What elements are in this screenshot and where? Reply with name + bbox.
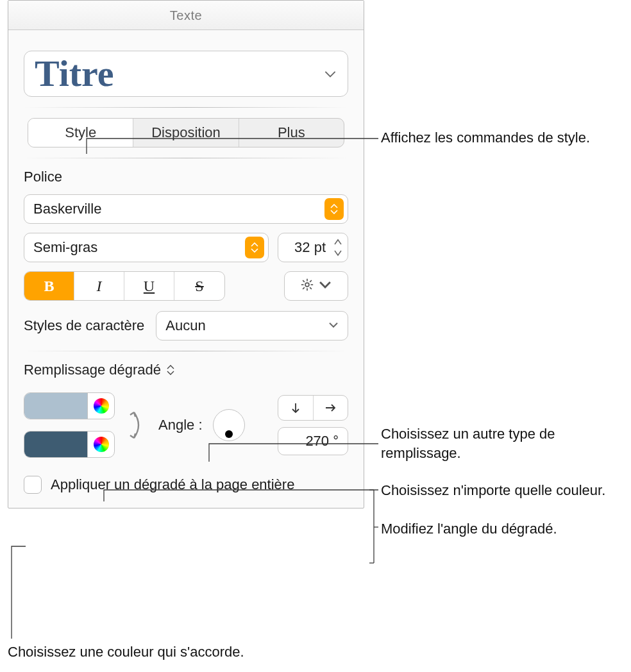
svg-line-5 [303,280,305,282]
divider [24,107,348,108]
inspector-tab: Texte [8,1,364,30]
fill-type-label: Remplissage dégradé [24,362,161,378]
font-size-stepper[interactable]: 32 pt [278,233,348,262]
font-size-value: 32 pt [294,239,326,255]
angle-right-button[interactable] [314,396,348,420]
angle-direction-buttons [278,395,348,421]
bold-button[interactable]: B [24,272,74,300]
paragraph-style-name: Titre [35,55,337,95]
angle-field[interactable]: 270 ° [278,427,348,455]
color-wheel-icon [94,437,109,452]
dial-indicator-icon [225,430,233,438]
angle-label: Angle : [158,417,203,433]
inspector-segment-control: Style Disposition Plus [28,118,344,147]
stepper-arrows-icon [331,237,345,258]
angle-value: 270 ° [305,433,339,449]
callout-fill-type: Choisissez un autre type de remplissage. [381,424,612,462]
strikethrough-button[interactable]: S [174,272,224,300]
color-picker-button[interactable] [87,393,114,419]
underline-button[interactable]: U [124,272,174,300]
inspector-panel: Texte Titre Style Disposition Plus Polic… [8,0,364,508]
fill-type-popup[interactable]: Remplissage dégradé [24,362,348,378]
gear-icon [300,278,314,294]
tab-layout[interactable]: Disposition [133,119,239,147]
color-well-top[interactable] [24,393,87,419]
font-weight-value: Semi-gras [33,239,97,255]
callout-theme-color: Choisissez une couleur qui s'accorde. [8,643,367,662]
color-wheel-icon [94,398,109,414]
color-picker-button[interactable] [87,432,114,457]
chevron-down-icon [328,310,339,339]
paragraph-style-popup[interactable]: Titre [24,51,348,97]
angle-dial[interactable] [213,409,245,441]
char-styles-value: Aucun [165,317,205,333]
tab-more[interactable]: Plus [239,119,344,147]
color-well-bottom[interactable] [24,432,87,457]
updown-icon [245,237,264,258]
swap-colors-button[interactable] [128,407,146,443]
svg-point-0 [305,283,309,287]
divider [24,351,348,351]
gradient-color-top [24,392,115,419]
gradient-color-bottom [24,431,115,458]
callout-angle: Modifiez l'angle du dégradé. [381,519,625,539]
svg-line-8 [303,287,305,289]
font-heading: Police [24,169,348,185]
char-styles-popup[interactable]: Aucun [156,311,348,340]
text-style-buttons: B I U S [24,271,225,301]
angle-down-button[interactable] [278,396,314,420]
divider [24,158,348,158]
updown-icon [324,198,344,220]
italic-button[interactable]: I [74,272,124,300]
apply-whole-page-checkbox[interactable] [24,476,42,494]
char-styles-label: Styles de caractère [24,317,144,334]
apply-whole-page-label: Appliquer un dégradé à la page entière [51,476,294,493]
updown-icon [166,363,178,377]
chevron-down-icon [324,69,336,77]
callout-any-color: Choisissez n'importe quelle couleur. [381,481,618,500]
font-weight-popup[interactable]: Semi-gras [24,233,269,262]
advanced-options-button[interactable] [284,271,348,301]
font-family-value: Baskerville [33,201,101,217]
tab-style[interactable]: Style [28,119,133,147]
font-family-popup[interactable]: Baskerville [24,194,348,224]
chevron-down-icon [318,278,332,294]
svg-line-6 [310,287,312,289]
callout-style-commands: Affichez les commandes de style. [381,128,618,147]
svg-line-7 [310,280,312,282]
